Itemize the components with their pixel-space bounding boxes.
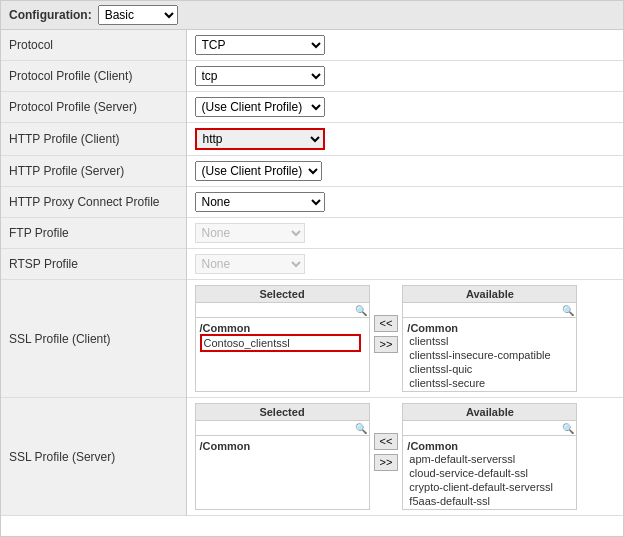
http-proxy-connect-label: HTTP Proxy Connect Profile — [1, 187, 186, 218]
rtsp-profile-value: None — [186, 249, 623, 280]
protocol-profile-client-label: Protocol Profile (Client) — [1, 61, 186, 92]
ssl-server-selected-panel: Selected 🔍 /Common — [195, 403, 370, 510]
ssl-profile-client-row: SSL Profile (Client) Selected 🔍 /Common — [1, 280, 623, 398]
list-item[interactable]: cloud-service-default-ssl — [407, 466, 572, 480]
ssl-client-selected-group: /Common — [200, 322, 365, 334]
ssl-client-available-panel: Available 🔍 /Common clientssl clientssl-… — [402, 285, 577, 392]
ssl-client-move-right-btn[interactable]: >> — [374, 336, 399, 353]
ssl-server-available-title: Available — [402, 403, 577, 420]
config-bar: Configuration: Basic Advanced — [1, 1, 623, 30]
list-item[interactable]: apm-default-serverssl — [407, 452, 572, 466]
ftp-profile-label: FTP Profile — [1, 218, 186, 249]
ftp-profile-row: FTP Profile None — [1, 218, 623, 249]
protocol-row: Protocol TCP UDP — [1, 30, 623, 61]
list-item[interactable]: crypto-client-default-serverssl — [407, 480, 572, 494]
ssl-server-available-list[interactable]: 🔍 /Common apm-default-serverssl cloud-se… — [402, 420, 577, 510]
ftp-profile-value: None — [186, 218, 623, 249]
ssl-profile-client-label: SSL Profile (Client) — [1, 280, 186, 398]
http-profile-client-select[interactable]: http None — [195, 128, 325, 150]
ssl-server-selected-search[interactable] — [198, 422, 355, 434]
rtsp-profile-row: RTSP Profile None — [1, 249, 623, 280]
ssl-profile-server-row: SSL Profile (Server) Selected 🔍 /Common — [1, 398, 623, 516]
search-icon-server-avail: 🔍 — [562, 423, 574, 434]
ssl-client-available-group: /Common — [407, 322, 572, 334]
rtsp-profile-label: RTSP Profile — [1, 249, 186, 280]
search-icon-server-sel: 🔍 — [355, 423, 367, 434]
ssl-client-move-left-btn[interactable]: << — [374, 315, 399, 332]
list-item[interactable]: f5aas-default-ssl — [407, 494, 572, 508]
ssl-server-move-left-btn[interactable]: << — [374, 433, 399, 450]
ssl-server-available-panel: Available 🔍 /Common apm-default-serverss… — [402, 403, 577, 510]
ssl-client-available-search-row: 🔍 — [403, 303, 576, 318]
search-icon: 🔍 — [355, 305, 367, 316]
config-label: Configuration: — [9, 8, 92, 22]
ssl-server-selected-group: /Common — [200, 440, 365, 452]
protocol-profile-server-value: (Use Client Profile) — [186, 92, 623, 123]
ssl-profile-client-value: Selected 🔍 /Common Contoso_clientssl — [186, 280, 623, 398]
list-item[interactable]: pcoip-default-serverssl — [407, 508, 572, 510]
ssl-client-arrows: << >> — [374, 285, 399, 353]
ssl-server-arrows: << >> — [374, 403, 399, 471]
form-table: Protocol TCP UDP Protocol Profile (Clien… — [1, 30, 623, 516]
ssl-client-selected-search[interactable] — [198, 304, 355, 316]
ssl-server-available-content: /Common apm-default-serverssl cloud-serv… — [403, 436, 576, 510]
http-profile-client-label: HTTP Profile (Client) — [1, 123, 186, 156]
ssl-server-available-search-row: 🔍 — [403, 421, 576, 436]
ssl-client-available-title: Available — [402, 285, 577, 302]
ftp-profile-select: None — [195, 223, 305, 243]
config-select[interactable]: Basic Advanced — [98, 5, 178, 25]
http-proxy-connect-value: None — [186, 187, 623, 218]
ssl-client-selected-search-row: 🔍 — [196, 303, 369, 318]
protocol-profile-server-label: Protocol Profile (Server) — [1, 92, 186, 123]
ssl-client-available-list[interactable]: 🔍 /Common clientssl clientssl-insecure-c… — [402, 302, 577, 392]
http-profile-server-value: (Use Client Profile) — [186, 156, 623, 187]
ssl-profile-server-label: SSL Profile (Server) — [1, 398, 186, 516]
ssl-client-selected-content: /Common Contoso_clientssl — [196, 318, 369, 354]
ssl-server-container: Selected 🔍 /Common — [195, 403, 616, 510]
protocol-profile-client-row: Protocol Profile (Client) tcp — [1, 61, 623, 92]
ssl-client-container: Selected 🔍 /Common Contoso_clientssl — [195, 285, 616, 392]
ssl-server-available-search[interactable] — [405, 422, 562, 434]
protocol-value: TCP UDP — [186, 30, 623, 61]
http-profile-server-row: HTTP Profile (Server) (Use Client Profil… — [1, 156, 623, 187]
protocol-select[interactable]: TCP UDP — [195, 35, 325, 55]
ssl-server-selected-search-row: 🔍 — [196, 421, 369, 436]
ssl-server-selected-title: Selected — [195, 403, 370, 420]
protocol-label: Protocol — [1, 30, 186, 61]
ssl-client-selected-title: Selected — [195, 285, 370, 302]
ssl-client-selected-list[interactable]: 🔍 /Common Contoso_clientssl — [195, 302, 370, 392]
list-item[interactable]: clientssl-insecure-compatible — [407, 348, 572, 362]
ssl-server-move-right-btn[interactable]: >> — [374, 454, 399, 471]
list-item[interactable]: crypto-server-default-clientssl — [407, 390, 572, 392]
ssl-server-selected-content: /Common — [196, 436, 369, 454]
protocol-profile-server-row: Protocol Profile (Server) (Use Client Pr… — [1, 92, 623, 123]
list-item[interactable]: clientssl-quic — [407, 362, 572, 376]
http-proxy-connect-select[interactable]: None — [195, 192, 325, 212]
http-profile-server-select[interactable]: (Use Client Profile) — [195, 161, 322, 181]
protocol-profile-server-select[interactable]: (Use Client Profile) — [195, 97, 325, 117]
http-profile-client-row: HTTP Profile (Client) http None — [1, 123, 623, 156]
list-item[interactable]: clientssl — [407, 334, 572, 348]
protocol-profile-client-value: tcp — [186, 61, 623, 92]
ssl-server-available-group: /Common — [407, 440, 572, 452]
http-proxy-connect-row: HTTP Proxy Connect Profile None — [1, 187, 623, 218]
ssl-client-selected-panel: Selected 🔍 /Common Contoso_clientssl — [195, 285, 370, 392]
protocol-profile-client-select[interactable]: tcp — [195, 66, 325, 86]
page-wrapper: Configuration: Basic Advanced Protocol T… — [0, 0, 624, 537]
ssl-client-selected-item[interactable]: Contoso_clientssl — [200, 334, 361, 352]
ssl-client-available-content: /Common clientssl clientssl-insecure-com… — [403, 318, 576, 392]
ssl-server-selected-list[interactable]: 🔍 /Common — [195, 420, 370, 510]
http-profile-client-value: http None — [186, 123, 623, 156]
ssl-client-available-search[interactable] — [405, 304, 562, 316]
search-icon-avail: 🔍 — [562, 305, 574, 316]
rtsp-profile-select: None — [195, 254, 305, 274]
ssl-profile-server-value: Selected 🔍 /Common — [186, 398, 623, 516]
list-item[interactable]: clientssl-secure — [407, 376, 572, 390]
http-profile-server-label: HTTP Profile (Server) — [1, 156, 186, 187]
